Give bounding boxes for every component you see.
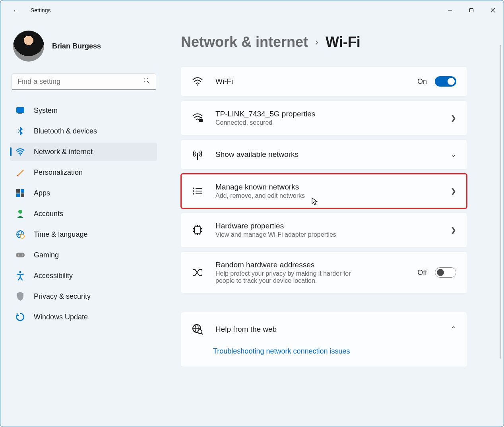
antenna-icon [192,149,204,160]
random-mac-state-label: Off [417,269,427,277]
brush-icon [16,168,25,177]
card-title: Show available networks [215,150,438,159]
wifi-secure-icon [192,112,204,124]
svg-line-5 [147,81,149,83]
sidebar-item-label: Privacy & security [34,292,91,301]
back-button[interactable]: ← [12,6,20,15]
card-subtitle: Add, remove, and edit networks [215,192,438,199]
scrollbar[interactable] [498,45,503,371]
svg-rect-9 [17,175,18,176]
sidebar-item-label: Gaming [34,251,59,259]
chevron-right-icon: ❯ [450,187,456,195]
search-input[interactable] [17,77,143,86]
sidebar-item-label: Apps [34,189,50,197]
user-name: Brian Burgess [52,42,101,50]
sidebar-item-label: Accounts [34,210,63,218]
globe-clock-icon [16,230,25,239]
sidebar-item-time[interactable]: Time & language [10,225,157,243]
help-link[interactable]: Troubleshooting network connection issue… [213,347,456,356]
manage-known-networks-card[interactable]: Manage known networks Add, remove, and e… [181,174,467,209]
shuffle-icon [192,267,204,278]
wifi-properties-card[interactable]: TP-LINK_7434_5G properties Connected, se… [181,100,467,135]
card-title: Random hardware addresses [215,261,405,269]
sidebar-item-bluetooth[interactable]: Bluetooth & devices [10,122,157,140]
random-mac-card[interactable]: Random hardware addresses Help protect y… [181,251,467,294]
sidebar-item-label: Time & language [34,230,87,239]
sidebar-item-gaming[interactable]: Gaming [10,246,157,264]
sidebar-item-update[interactable]: Windows Update [10,308,157,326]
wifi-icon [16,147,25,157]
scrollbar-thumb[interactable] [500,45,501,359]
avatar [13,31,44,62]
breadcrumb-current: Wi-Fi [326,34,361,50]
help-card[interactable]: Help from the web ⌃ Troubleshooting netw… [181,312,467,367]
card-title: Wi-Fi [215,77,405,86]
card-subtitle: Connected, secured [215,119,438,126]
sidebar-item-accessibility[interactable]: Accessibility [10,267,157,285]
random-mac-toggle[interactable] [435,267,456,278]
svg-point-22 [19,271,21,273]
shield-icon [16,292,25,301]
wifi-toggle[interactable] [435,76,456,87]
update-icon [16,312,25,322]
svg-point-31 [193,193,194,195]
svg-rect-11 [21,189,24,193]
svg-rect-13 [21,193,24,197]
sidebar-item-personalization[interactable]: Personalization [10,163,157,182]
sidebar-item-label: Windows Update [34,313,88,321]
svg-rect-6 [16,107,24,113]
close-button[interactable] [482,2,504,18]
breadcrumb: Network & internet › Wi-Fi [181,34,467,50]
svg-point-23 [197,84,198,85]
sidebar-item-label: Accessibility [34,272,73,280]
apps-icon [16,188,25,198]
sidebar-item-label: System [34,106,58,115]
search-box[interactable] [12,73,156,90]
globe-search-icon [192,323,204,335]
close-icon [490,8,495,13]
hardware-properties-card[interactable]: Hardware properties View and manage Wi-F… [181,213,467,247]
svg-line-50 [202,333,203,334]
svg-rect-1 [470,9,473,12]
system-icon [16,106,25,115]
svg-rect-33 [194,227,201,233]
sidebar-item-label: Bluetooth & devices [34,127,97,135]
sidebar-item-label: Personalization [34,168,83,177]
wifi-toggle-card[interactable]: Wi-Fi On [181,66,467,97]
svg-rect-10 [16,189,20,193]
sidebar-item-network[interactable]: Network & internet [10,143,157,161]
show-available-networks-card[interactable]: Show available networks ⌄ [181,139,467,170]
sidebar-item-privacy[interactable]: Privacy & security [10,287,157,305]
svg-point-21 [22,255,23,256]
chip-icon [192,224,204,236]
card-subtitle: Help protect your privacy by making it h… [215,270,359,284]
sidebar-item-system[interactable]: System [10,101,157,120]
chevron-right-icon: ❯ [450,226,456,234]
sidebar-item-label: Network & internet [34,148,93,156]
svg-point-29 [193,190,194,192]
card-title: Help from the web [215,325,438,334]
sidebar-item-apps[interactable]: Apps [10,184,157,202]
chevron-right-icon: › [315,37,318,48]
wifi-icon [192,75,204,87]
card-title: Manage known networks [215,183,438,191]
card-title: TP-LINK_7434_5G properties [215,110,438,118]
user-block[interactable]: Brian Burgess [10,31,157,62]
svg-point-4 [144,78,148,82]
chevron-up-icon: ⌃ [450,325,456,334]
svg-point-8 [19,154,21,156]
svg-point-27 [193,187,194,189]
breadcrumb-parent[interactable]: Network & internet [181,34,308,50]
card-title: Hardware properties [215,222,438,230]
svg-point-49 [198,330,202,334]
search-icon [143,77,150,86]
list-icon [192,185,204,197]
sidebar-item-accounts[interactable]: Accounts [10,205,157,223]
accessibility-icon [16,271,25,280]
svg-rect-19 [16,253,25,257]
svg-point-14 [18,210,22,214]
accounts-icon [16,209,25,218]
chevron-right-icon: ❯ [450,114,456,122]
maximize-button[interactable] [461,2,482,18]
minimize-button[interactable] [439,2,461,18]
